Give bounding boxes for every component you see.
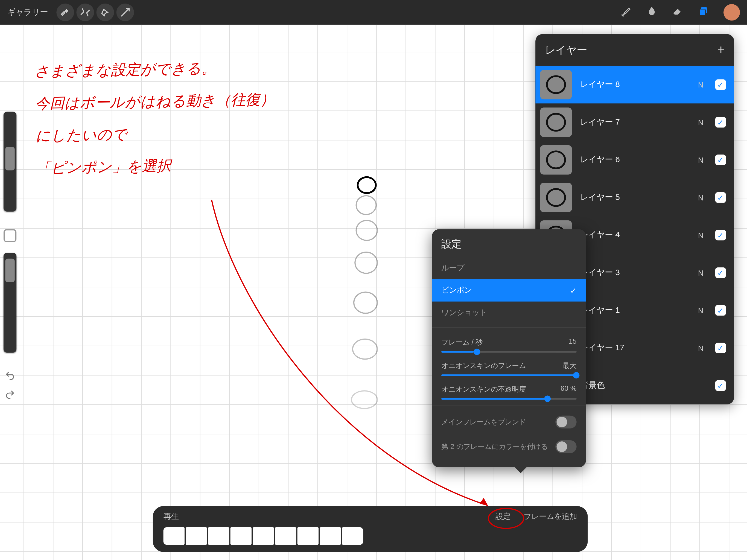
layer-name: レイヤー 6	[580, 154, 690, 165]
color-secondary-toggle-row: 第 2 のフレームにカラーを付ける	[432, 434, 586, 459]
handwritten-annotation: さまざまな設定ができる。 今回はボールがはねる動き（往復） にしたいので 「ピン…	[34, 51, 276, 184]
layer-thumbnail	[540, 107, 572, 137]
frame-thumb[interactable]	[275, 527, 296, 545]
frame-thumb[interactable]	[208, 527, 229, 545]
onion-frames-slider[interactable]	[441, 374, 576, 376]
timeline-controls: 再生 設定 フレームを追加	[153, 506, 588, 527]
layer-visibility-checkbox[interactable]: ✓	[715, 305, 726, 316]
onion-opacity-value: 60 %	[561, 384, 577, 394]
layer-blend-mode[interactable]: N	[698, 306, 703, 315]
layer-blend-mode[interactable]: N	[698, 268, 703, 277]
canvas-drawing	[356, 176, 378, 409]
checkmark-icon: ✓	[570, 286, 577, 295]
onion-frames-slider-row: オニオンスキンのフレーム 最大	[432, 355, 586, 378]
layer-blend-mode[interactable]: N	[698, 193, 703, 202]
layer-thumbnail	[540, 183, 572, 212]
layer-name: レイヤー 3	[580, 268, 690, 278]
frame-thumb[interactable]	[231, 527, 252, 545]
eraser-icon[interactable]	[672, 5, 684, 19]
layer-thumbnail	[540, 70, 572, 99]
layer-row[interactable]: レイヤー 6 N ✓	[535, 141, 734, 179]
adjust-icon[interactable]	[76, 4, 94, 21]
settings-title: 設定	[432, 229, 586, 257]
transform-icon[interactable]	[117, 4, 134, 21]
timeline-frames[interactable]	[153, 527, 588, 551]
layer-blend-mode[interactable]: N	[698, 118, 703, 127]
blend-main-label: メインフレームをブレンド	[441, 417, 526, 427]
layer-thumbnail	[540, 145, 572, 175]
blend-main-toggle-row: メインフレームをブレンド	[432, 410, 586, 434]
layer-blend-mode[interactable]: N	[698, 156, 703, 164]
layers-panel-title: レイヤー	[545, 43, 587, 57]
onion-frames-label: オニオンスキンのフレーム	[441, 361, 526, 371]
gallery-button[interactable]: ギャラリー	[7, 7, 48, 18]
layer-name: レイヤー 17	[580, 342, 690, 353]
add-layer-icon[interactable]: +	[717, 42, 725, 58]
animation-timeline: 再生 設定 フレームを追加	[153, 506, 588, 552]
top-toolbar: ギャラリー	[0, 0, 747, 25]
layer-blend-mode[interactable]: N	[698, 80, 703, 89]
pingpong-option[interactable]: ピンポン ✓	[432, 279, 586, 302]
oneshot-option[interactable]: ワンショット	[432, 302, 586, 324]
frame-thumb[interactable]	[298, 527, 318, 545]
svg-rect-1	[700, 9, 705, 15]
onion-opacity-slider[interactable]	[441, 398, 576, 400]
onion-opacity-label: オニオンスキンの不透明度	[441, 384, 526, 394]
layer-visibility-checkbox[interactable]: ✓	[715, 342, 726, 353]
modify-button[interactable]	[4, 229, 17, 242]
frame-thumb[interactable]	[342, 527, 363, 545]
layer-visibility-checkbox[interactable]: ✓	[715, 380, 726, 391]
toolbar-right-group	[620, 4, 740, 21]
layer-visibility-checkbox[interactable]: ✓	[715, 230, 726, 240]
undo-icon[interactable]	[5, 370, 15, 383]
fps-slider-row: フレーム / 秒 15	[432, 331, 586, 355]
layer-name: レイヤー 5	[580, 192, 690, 203]
layer-visibility-checkbox[interactable]: ✓	[715, 154, 726, 165]
selection-icon[interactable]	[97, 4, 114, 21]
toolbar-left-group: ギャラリー	[7, 4, 134, 21]
frame-thumb[interactable]	[319, 527, 341, 545]
layer-blend-mode[interactable]: N	[698, 231, 703, 239]
frame-thumb[interactable]	[186, 527, 207, 545]
color-secondary-toggle[interactable]	[555, 440, 576, 453]
layer-row[interactable]: レイヤー 8 N ✓	[535, 66, 734, 104]
layer-name: レイヤー 1	[580, 305, 690, 316]
layer-row[interactable]: レイヤー 5 N ✓	[535, 179, 734, 216]
layer-visibility-checkbox[interactable]: ✓	[715, 79, 726, 90]
layer-name: レイヤー 8	[580, 79, 690, 90]
fps-label: フレーム / 秒	[441, 337, 482, 348]
brush-icon[interactable]	[620, 5, 632, 19]
frame-thumb[interactable]	[253, 527, 274, 545]
onion-frames-value: 最大	[562, 361, 577, 371]
wrench-icon[interactable]	[56, 4, 74, 21]
fps-value: 15	[569, 337, 577, 348]
color-secondary-label: 第 2 のフレームにカラーを付ける	[441, 441, 548, 452]
layer-name: レイヤー 7	[580, 117, 690, 128]
layer-row[interactable]: レイヤー 7 N ✓	[535, 103, 734, 141]
layer-name: レイヤー 4	[580, 230, 690, 240]
annotation-line: 今回はボールがはねる動き（往復）	[35, 83, 275, 120]
annotation-line: 「ピンポン」を選択	[36, 148, 276, 184]
add-frame-button[interactable]: フレームを追加	[524, 511, 577, 522]
brush-opacity-slider[interactable]	[4, 253, 17, 353]
play-button[interactable]: 再生	[163, 511, 179, 522]
onion-opacity-slider-row: オニオンスキンの不透明度 60 %	[432, 378, 586, 402]
blend-main-toggle[interactable]	[555, 416, 576, 429]
layer-blend-mode[interactable]: N	[698, 343, 703, 352]
redo-icon[interactable]	[5, 389, 15, 402]
frame-thumb[interactable]	[163, 527, 185, 545]
loop-option[interactable]: ループ	[432, 257, 586, 279]
layer-visibility-checkbox[interactable]: ✓	[715, 117, 726, 128]
layers-icon[interactable]	[697, 5, 709, 19]
animation-settings-popover: 設定 ループ ピンポン ✓ ワンショット フレーム / 秒 15 オニオンスキン…	[432, 229, 586, 467]
color-swatch[interactable]	[723, 4, 740, 21]
fps-slider[interactable]	[441, 351, 576, 353]
layers-panel-header: レイヤー +	[535, 34, 734, 66]
smudge-icon[interactable]	[646, 5, 658, 19]
pingpong-label: ピンポン	[441, 285, 472, 296]
layer-visibility-checkbox[interactable]: ✓	[715, 192, 726, 203]
layer-visibility-checkbox[interactable]: ✓	[715, 268, 726, 278]
brush-size-slider[interactable]	[4, 111, 17, 211]
annotation-line: さまざまな設定ができる。	[34, 51, 275, 87]
timeline-settings-button[interactable]: 設定	[495, 511, 511, 522]
